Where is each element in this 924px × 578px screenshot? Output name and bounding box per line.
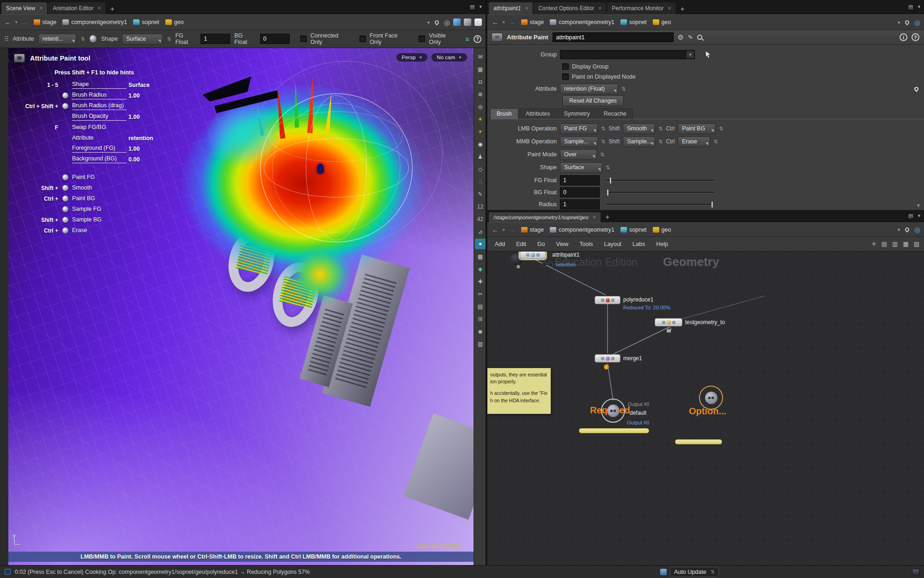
forward-button[interactable]: → [508,18,517,26]
back-history-icon[interactable]: ▾ [503,20,505,25]
network-box-bar[interactable] [579,428,649,433]
close-tab-icon[interactable]: × [668,5,671,12]
spinner-icon[interactable]: ⇅ [658,139,663,145]
fg-float-input[interactable] [201,34,230,44]
menu-help[interactable]: Help [656,241,668,247]
follow-selection-icon[interactable]: ◎ [444,19,450,26]
attribute-spinner[interactable]: ⇅ [621,86,626,92]
back-history-icon[interactable]: ▾ [503,228,505,232]
attribute-paint-icon[interactable]: ✦ [475,239,486,249]
pane-dropdown-icon[interactable]: ▾ [918,4,920,10]
path-crumb-geo[interactable]: geo [164,18,185,26]
path-crumb-stage[interactable]: stage [520,226,546,234]
export-icon[interactable]: ✉ [475,51,486,62]
node-merge1[interactable] [595,354,620,363]
lmb-ctrl-dropdown[interactable]: Paint BG [678,123,716,134]
tab-scene-view[interactable]: Scene View× [1,2,47,14]
path-crumb-componentgeometry1[interactable]: componentgeometry1 [61,18,128,26]
measure-icon[interactable]: ⊿ [475,226,486,237]
fg-float-slider[interactable] [607,180,714,181]
mmb-ctrl-dropdown[interactable]: Erase [678,136,710,147]
forward-button[interactable]: → [21,18,29,26]
network-path-tab[interactable]: /stage/componentgeometry1/sopnet/geo × [489,212,601,222]
points-icon[interactable]: ∴ [475,176,486,187]
draw-icon[interactable]: ✎ [475,189,486,199]
path-crumb-componentgeometry1[interactable]: componentgeometry1 [548,226,616,234]
link-editor-icon[interactable] [453,18,461,26]
layers-icon[interactable]: ▤ [475,301,486,312]
maximize-viewport-icon[interactable] [474,18,482,26]
menu-go[interactable]: Go [537,241,545,247]
display-options-icon[interactable]: ≡ [465,35,469,43]
attribute-dropdown[interactable]: retenti... [38,34,77,44]
pane-menu-icon[interactable]: ▤ [908,4,913,10]
node-name-input[interactable] [553,32,674,42]
path-crumb-stage[interactable]: stage [32,18,58,26]
value-12-icon[interactable]: 12 [475,201,486,212]
brush-shape-icon[interactable] [89,35,97,43]
menu-add[interactable]: Add [495,241,505,247]
split-icon[interactable]: ▧ [914,240,919,247]
spinner-icon[interactable]: ⇅ [600,152,604,158]
cancel-icon[interactable]: ⊗ [475,89,486,99]
close-tab-icon[interactable]: × [97,5,101,12]
headlight-icon[interactable]: ☀ [475,114,486,124]
pane-dropdown-icon[interactable]: ▾ [479,4,482,10]
flag-icon[interactable] [542,262,547,267]
back-button[interactable]: ← [491,226,499,234]
add-tab-button[interactable]: + [106,2,118,14]
network-box-bar[interactable] [675,439,722,444]
path-dropdown-icon[interactable]: ▾ [898,20,900,25]
radius-slider[interactable] [607,204,714,205]
tools-icon[interactable]: ✛ [871,240,876,247]
spinner-icon[interactable]: ⇅ [713,139,717,145]
path-crumb-stage[interactable]: stage [520,18,546,26]
menu-view[interactable]: View [556,241,568,247]
connected-only-checkbox[interactable]: Connected Only [300,32,349,45]
close-tab-icon[interactable]: × [593,214,596,221]
snapshot-cube-icon[interactable] [464,18,471,26]
node-attribpaint1[interactable] [520,252,546,259]
value-42-icon[interactable]: 42 [475,214,486,224]
forward-button[interactable]: → [508,226,517,234]
pane-dropdown-icon[interactable]: ▾ [918,213,920,219]
pin-icon[interactable] [904,227,910,233]
inspect-icon[interactable]: ◎ [475,101,486,112]
follow-selection-icon[interactable]: ◎ [914,226,920,233]
info-icon[interactable]: i [900,33,907,41]
tab-attribpaint1[interactable]: attribpaint1× [489,2,533,14]
group-dropdown-icon[interactable]: ▼ [687,51,694,58]
shape-dropdown[interactable]: Surface [122,34,163,44]
help-icon[interactable]: ? [912,33,919,41]
no-cam-button[interactable]: No cam▼ [432,53,467,61]
path-dropdown-icon[interactable]: ▾ [898,227,900,232]
menu-tools[interactable]: Tools [579,241,593,247]
pin-icon[interactable] [434,19,440,25]
attribute-dropdown[interactable]: retention (Float) [560,84,618,94]
display-group-checkbox[interactable] [562,63,569,70]
spinner-icon[interactable]: ⇅ [658,126,663,132]
spinner-icon[interactable]: ⇅ [606,165,610,171]
menu-layout[interactable]: Layout [604,241,622,247]
viewport-3d[interactable]: Persp▼ No cam▼ ✉ Attribute Paint tool Pr… [8,48,474,565]
pane-controls[interactable]: ▤ ▾ [908,4,920,10]
pin-icon[interactable] [904,19,910,25]
follow-selection-icon[interactable]: ◎ [914,19,920,26]
bg-float-input[interactable] [260,34,290,44]
radius-input[interactable] [560,199,600,209]
pane-menu-icon[interactable]: ▤ [470,4,474,10]
tab-animation-editor[interactable]: Animation Editor× [48,2,105,14]
cut-icon[interactable]: ✂ [475,289,486,299]
visible-only-checkbox[interactable]: Visible Only [419,32,457,45]
close-tab-icon[interactable]: × [39,5,43,12]
cook-mode-icon[interactable] [660,569,667,575]
tab-performance-monitor[interactable]: Performance Monitor× [607,2,675,14]
mmb-primary-dropdown[interactable]: Sample... [560,136,598,147]
toolbar-drag-handle-icon[interactable]: ⠿ [4,35,8,43]
path-crumb-componentgeometry1[interactable]: componentgeometry1 [548,18,616,26]
character-icon[interactable]: ♟ [475,151,486,162]
pane-controls[interactable]: ▤ ▾ [908,213,920,219]
slider-knob[interactable] [607,189,609,196]
spinner-icon[interactable]: ⇅ [719,126,723,132]
high-quality-light-icon[interactable]: ◉ [475,139,486,149]
